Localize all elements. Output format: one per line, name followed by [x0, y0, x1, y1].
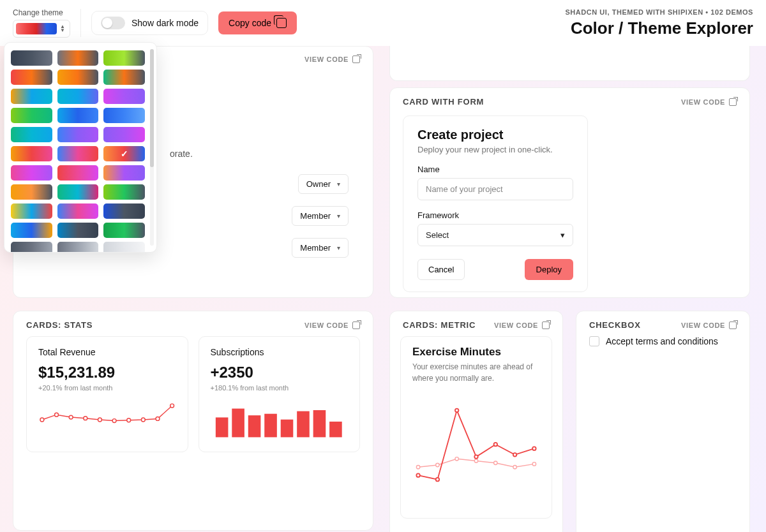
- copy-code-button[interactable]: Copy code: [218, 11, 297, 34]
- role-select-member-2[interactable]: Member▾: [292, 238, 349, 258]
- stat-card-revenue: Total Revenue $15,231.89 +20.1% from las…: [26, 336, 188, 452]
- section-top-right-partial: [389, 46, 750, 81]
- svg-point-27: [455, 409, 458, 412]
- theme-swatch[interactable]: [57, 165, 99, 181]
- view-code-link[interactable]: VIEW CODE: [304, 321, 360, 329]
- svg-point-1: [55, 413, 59, 417]
- theme-swatch[interactable]: [103, 70, 145, 85]
- svg-point-31: [532, 447, 536, 450]
- card-subheading: Deploy your new project in one-click.: [417, 145, 573, 154]
- stat-title: Subscriptions: [211, 347, 349, 357]
- theme-swatch[interactable]: [57, 70, 99, 85]
- svg-point-23: [513, 466, 516, 469]
- chevron-down-icon: ▾: [560, 230, 565, 240]
- theme-swatch[interactable]: [103, 146, 145, 161]
- theme-popover: [4, 42, 157, 253]
- theme-swatch-grid: [11, 50, 150, 253]
- terms-checkbox[interactable]: [589, 336, 599, 346]
- theme-swatch-select[interactable]: ▲▼: [13, 20, 70, 38]
- external-link-icon: [352, 321, 360, 329]
- header-right: SHADCN UI, THEMED WITH SHIPIXEN • 102 DE…: [565, 8, 753, 38]
- stat-card-subs: Subscriptions +2350 +180.1% from last mo…: [199, 336, 361, 452]
- checkbox-label: Accept terms and conditions: [606, 336, 718, 346]
- svg-point-26: [436, 478, 439, 481]
- theme-swatch[interactable]: [11, 70, 52, 85]
- header-meta: SHADCN UI, THEMED WITH SHIPIXEN • 102 DE…: [565, 8, 753, 16]
- theme-swatch[interactable]: [57, 223, 99, 238]
- svg-rect-12: [248, 415, 260, 437]
- cancel-button[interactable]: Cancel: [417, 259, 465, 280]
- theme-swatch[interactable]: [57, 127, 99, 142]
- theme-swatch[interactable]: [11, 242, 52, 253]
- theme-swatch[interactable]: [11, 184, 52, 200]
- stat-value: $15,231.89: [38, 364, 176, 381]
- card-heading: Exercise Minutes: [412, 346, 540, 358]
- theme-swatch[interactable]: [11, 146, 52, 161]
- theme-swatch[interactable]: [57, 89, 99, 104]
- popover-scroll-thumb[interactable]: [150, 49, 154, 167]
- section-title: CARDS: METRIC: [403, 320, 476, 330]
- theme-swatch[interactable]: [57, 203, 99, 219]
- checkbox-row: Accept terms and conditions: [576, 334, 749, 349]
- theme-swatch[interactable]: [11, 50, 52, 66]
- dark-mode-toggle[interactable]: [101, 17, 125, 29]
- name-input[interactable]: Name of your project: [417, 178, 573, 200]
- theme-swatch[interactable]: [57, 184, 99, 200]
- theme-swatch[interactable]: [11, 108, 52, 123]
- svg-point-25: [416, 473, 419, 477]
- partial-text: orate.: [170, 149, 193, 159]
- theme-swatch[interactable]: [57, 108, 99, 123]
- theme-swatch[interactable]: [11, 89, 52, 104]
- external-link-icon: [729, 98, 737, 106]
- deploy-button[interactable]: Deploy: [525, 259, 573, 280]
- theme-swatch[interactable]: [103, 184, 145, 200]
- role-select-owner[interactable]: Owner▾: [298, 174, 349, 194]
- stat-delta: +20.1% from last month: [38, 384, 176, 392]
- svg-point-7: [141, 418, 145, 422]
- theme-swatch[interactable]: [103, 127, 145, 142]
- theme-swatch[interactable]: [103, 223, 145, 238]
- theme-swatch[interactable]: [57, 242, 99, 253]
- theme-swatch[interactable]: [11, 203, 52, 219]
- theme-swatch[interactable]: [11, 165, 52, 181]
- svg-rect-13: [264, 414, 277, 438]
- external-link-icon: [352, 55, 360, 63]
- chevron-sort-icon: ▲▼: [58, 25, 67, 33]
- view-code-link[interactable]: VIEW CODE: [681, 98, 737, 106]
- divider: [80, 9, 81, 37]
- stat-delta: +180.1% from last month: [211, 384, 349, 392]
- view-code-link[interactable]: VIEW CODE: [494, 321, 550, 329]
- theme-swatch[interactable]: [103, 242, 145, 253]
- card-subheading: Your exercise minutes are ahead of where…: [412, 361, 540, 384]
- svg-point-20: [455, 457, 458, 461]
- subs-barchart: [211, 401, 349, 439]
- theme-swatch[interactable]: [103, 89, 145, 104]
- theme-swatch[interactable]: [57, 146, 99, 161]
- theme-swatch[interactable]: [11, 223, 52, 238]
- theme-swatch[interactable]: [11, 127, 52, 142]
- framework-select[interactable]: Select ▾: [417, 224, 573, 246]
- role-select-member-1[interactable]: Member▾: [292, 206, 349, 226]
- svg-point-21: [474, 459, 477, 462]
- theme-swatch[interactable]: [103, 203, 145, 219]
- theme-swatch[interactable]: [57, 50, 99, 66]
- svg-point-24: [532, 462, 536, 466]
- popover-scrollbar[interactable]: [150, 49, 154, 246]
- view-code-link[interactable]: VIEW CODE: [304, 55, 360, 63]
- view-code-link[interactable]: VIEW CODE: [681, 321, 737, 329]
- theme-swatch[interactable]: [103, 50, 145, 66]
- theme-swatch[interactable]: [103, 108, 145, 123]
- svg-point-3: [84, 417, 87, 420]
- svg-point-8: [156, 417, 160, 420]
- svg-point-30: [513, 453, 516, 456]
- theme-swatch[interactable]: [103, 165, 145, 181]
- external-link-icon: [542, 321, 550, 329]
- svg-point-6: [127, 418, 131, 422]
- stat-value: +2350: [211, 364, 349, 381]
- svg-point-28: [474, 455, 477, 458]
- svg-rect-14: [280, 420, 293, 438]
- exercise-minutes-card: Exercise Minutes Your exercise minutes a…: [400, 336, 552, 519]
- selected-theme-swatch: [16, 23, 57, 34]
- dark-mode-label: Show dark mode: [131, 18, 199, 28]
- topbar: Change theme ▲▼ Show dark mode Copy code…: [0, 0, 766, 46]
